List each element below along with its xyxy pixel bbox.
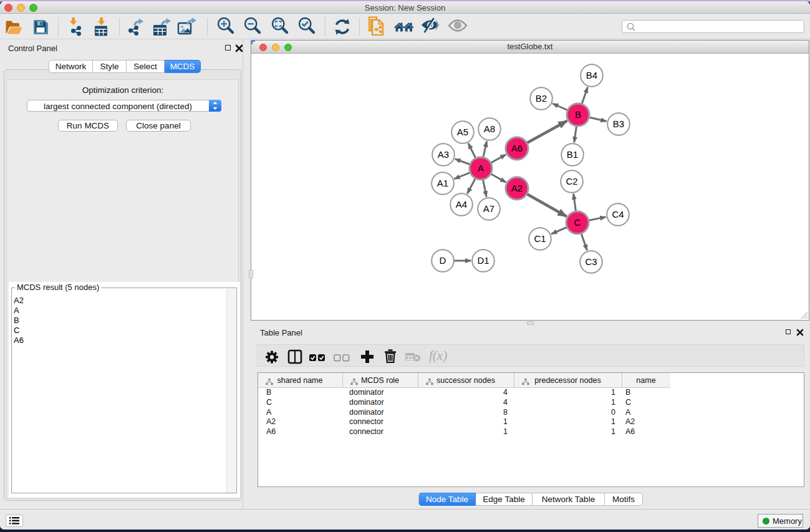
svg-text:B: B <box>575 109 581 120</box>
svg-text:B1: B1 <box>567 149 578 160</box>
svg-text:A3: A3 <box>438 149 449 160</box>
svg-text:A7: A7 <box>483 203 494 214</box>
svg-text:C: C <box>574 217 581 228</box>
svg-text:A6: A6 <box>511 143 523 153</box>
svg-text:A4: A4 <box>456 199 467 210</box>
svg-text:A: A <box>478 163 484 173</box>
svg-text:A1: A1 <box>437 178 448 188</box>
svg-text:C4: C4 <box>612 209 624 220</box>
svg-text:D: D <box>440 255 446 266</box>
svg-text:A2: A2 <box>511 183 523 193</box>
svg-text:D1: D1 <box>477 255 489 266</box>
svg-text:A8: A8 <box>484 123 495 134</box>
svg-text:C2: C2 <box>566 176 577 186</box>
svg-text:A5: A5 <box>457 127 468 137</box>
svg-text:B4: B4 <box>586 70 597 80</box>
svg-text:B3: B3 <box>613 118 624 129</box>
svg-text:C3: C3 <box>585 256 597 267</box>
svg-text:B2: B2 <box>536 93 547 104</box>
svg-text:C1: C1 <box>534 233 546 244</box>
